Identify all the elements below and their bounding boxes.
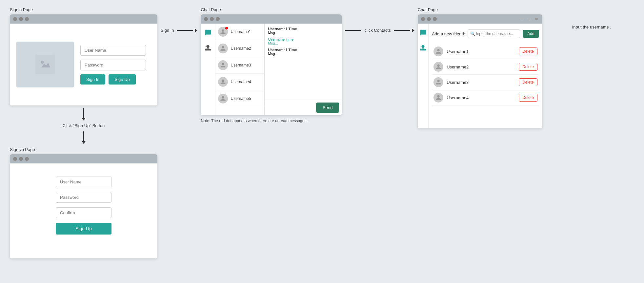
contact-avatar-icon-4 [435, 95, 441, 101]
contact-avatar-3 [433, 77, 443, 87]
signup-username-input[interactable] [56, 177, 111, 187]
down-arrow-head-1 [82, 118, 86, 121]
search-icon: 🔍 [470, 31, 475, 36]
add-friend-button[interactable]: Add [523, 30, 539, 38]
signup-password-input[interactable] [56, 192, 111, 203]
chat-list-item-5[interactable]: Username5 [215, 90, 264, 107]
down-arrow-head-2 [82, 141, 86, 144]
delete-button-4[interactable]: Delete [519, 94, 537, 102]
signup-signup-button[interactable]: Sign Up [56, 223, 111, 235]
avatar-3 [218, 60, 228, 70]
chat-list-item-2[interactable]: Username2 [215, 40, 264, 57]
signin-signup-button[interactable]: Sign Up [109, 74, 135, 85]
contacts-contacts-icon-btn[interactable] [419, 44, 427, 52]
signup-dot-2 [19, 157, 23, 161]
chat-dot-3 [216, 17, 220, 21]
signup-titlebar [10, 154, 157, 163]
minimize-icon [521, 19, 523, 19]
signin-password-input[interactable] [80, 60, 146, 70]
svg-rect-6 [420, 48, 421, 48]
avatar-5 [218, 94, 228, 104]
contact-row-4: Username4 Delete [432, 90, 539, 105]
down-arrow-line-1 [83, 108, 84, 118]
avatar-icon-5 [220, 96, 226, 102]
contacts-icon-btn[interactable] [204, 44, 212, 52]
chat-list-item-1[interactable]: Username1 [215, 24, 264, 40]
contact-name-1: Username1 [447, 49, 515, 54]
chat-msg-2-body: Msg... [268, 41, 338, 45]
chat-msg-3: Username1 Time Msg... [268, 48, 338, 56]
svg-rect-3 [205, 48, 206, 48]
contact-name-2: Username2 [447, 65, 515, 69]
chat-username-2: Username2 [231, 46, 251, 51]
contact-avatar-icon-3 [435, 79, 441, 85]
chat-page-2-label: Chat Page [418, 7, 438, 12]
chat-msg-1-body: Msg... [268, 31, 338, 35]
signup-page-label: SignUp Page [10, 147, 35, 152]
avatar-icon-2 [220, 46, 226, 51]
signin-window: Sign In Sign Up [10, 14, 157, 105]
signin-page-label: Signin Page [10, 7, 33, 12]
signin-arrow-head [195, 28, 197, 32]
svg-rect-5 [420, 47, 421, 47]
contacts-icon [204, 44, 211, 51]
chat-msg-2-header: Username Time [268, 37, 338, 41]
avatar-2 [218, 44, 228, 53]
chat-list-item-3[interactable]: Username3 [215, 57, 264, 74]
add-friend-input[interactable] [468, 29, 520, 38]
contacts-chat-bubble-icon [419, 29, 427, 36]
maximize-icon [528, 19, 531, 19]
signin-signin-button[interactable]: Sign In [80, 74, 105, 85]
avatar-icon-4 [220, 79, 226, 85]
add-friend-bar: Add a new friend: 🔍 Add [432, 27, 539, 41]
signup-content: Sign Up [10, 163, 157, 258]
chat-msg-1-header: Username1 Time [268, 27, 338, 31]
delete-button-1[interactable]: Delete [519, 47, 537, 55]
signup-dot-3 [25, 157, 29, 161]
signin-username-input[interactable] [80, 45, 146, 56]
signup-confirm-input[interactable] [56, 207, 111, 218]
contacts-people-icon [419, 44, 427, 51]
delete-button-2[interactable]: Delete [519, 63, 537, 71]
chat-username-3: Username3 [231, 63, 251, 67]
unread-dot-1 [225, 27, 228, 29]
delete-button-3[interactable]: Delete [519, 78, 537, 86]
contacts-content: Add a new friend: 🔍 Add [418, 24, 542, 128]
avatar-4 [218, 77, 228, 87]
contact-name-3: Username3 [447, 80, 515, 85]
chat-main-panel-1: Username1 Time Msg... Username Time Msg.… [265, 24, 342, 115]
contacts-dot-1 [421, 17, 425, 21]
chat-window-1: Username1 Username2 Userna [201, 14, 342, 115]
chat-dot-2 [210, 17, 214, 21]
chat-list-item-4[interactable]: Username4 [215, 74, 264, 90]
contacts-chat-icon-btn[interactable] [419, 28, 427, 37]
signup-dot-1 [13, 157, 17, 161]
contacts-dot-3 [433, 17, 437, 21]
send-button[interactable]: Send [316, 103, 339, 113]
image-placeholder-icon [35, 55, 55, 74]
titlebar-dot-3 [25, 17, 29, 21]
chat-bubble-icon [204, 29, 211, 36]
svg-rect-2 [205, 47, 206, 47]
chat-sidebar-1 [201, 24, 215, 115]
contact-avatar-2 [433, 62, 443, 72]
chat-messages-1: Username1 Time Msg... Username Time Msg.… [265, 24, 342, 100]
signup-window: Sign Up [10, 154, 157, 258]
click-signup-label: Click "Sign Up" Button [63, 123, 105, 128]
down-arrow-line-2 [83, 131, 84, 141]
chat-section-1: Chat Page [201, 7, 342, 123]
avatar-1 [218, 27, 228, 37]
signin-h-line [177, 30, 193, 31]
chat-list-panel-1: Username1 Username2 Userna [215, 24, 265, 115]
chat-msg-3-body: Msg... [268, 52, 338, 56]
chat-username-4: Username4 [231, 80, 251, 84]
signin-form: Sign In Sign Up [80, 45, 146, 85]
signin-titlebar [10, 14, 157, 24]
contact-row-1: Username1 Delete [432, 44, 539, 59]
contacts-dot-2 [427, 17, 431, 21]
chat-icon[interactable] [204, 28, 212, 37]
svg-rect-4 [205, 49, 206, 50]
chat-content-1: Username1 Username2 Userna [201, 24, 342, 115]
signin-content: Sign In Sign Up [10, 24, 157, 105]
contacts-h-line-2 [394, 30, 410, 31]
